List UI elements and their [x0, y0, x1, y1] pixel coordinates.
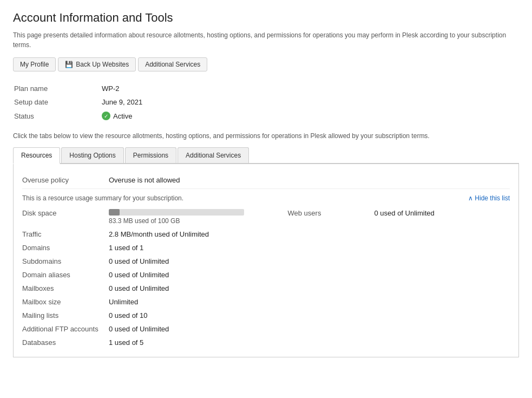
tab-resources[interactable]: Resources: [13, 147, 60, 164]
domains-value: 1 used of 1: [109, 244, 143, 252]
domain-aliases-value: 0 used of Unlimited: [109, 271, 169, 279]
active-icon: ✓: [102, 112, 110, 120]
plan-info-table: Plan name WP-2 Setup date June 9, 2021 S…: [13, 81, 519, 123]
my-profile-button[interactable]: My Profile: [13, 57, 56, 71]
plan-name-value: WP-2: [102, 82, 518, 95]
web-users-row: Web users 0 used of Unlimited: [288, 206, 510, 220]
note-text: Click the tabs below to view the resourc…: [13, 131, 519, 141]
additional-services-label: Additional Services: [145, 61, 200, 68]
databases-value: 1 used of 5: [109, 338, 143, 347]
status-text: Active: [113, 112, 132, 120]
hide-list-label: Hide this list: [475, 194, 510, 202]
ftp-accounts-value: 0 used of Unlimited: [109, 325, 169, 333]
ftp-accounts-label: Additional FTP accounts: [22, 325, 109, 333]
subdomains-label: Subdomains: [22, 257, 109, 265]
back-up-icon: 💾: [65, 61, 73, 68]
disk-progress-bar: [109, 209, 244, 216]
mailing-lists-value: 0 used of 10: [109, 311, 148, 319]
ftp-accounts-row: Additional FTP accounts 0 used of Unlimi…: [22, 322, 266, 336]
setup-date-value: June 9, 2021: [102, 96, 518, 108]
databases-label: Databases: [22, 338, 109, 347]
domain-aliases-row: Domain aliases 0 used of Unlimited: [22, 268, 266, 282]
tab-hosting-options[interactable]: Hosting Options: [61, 147, 123, 163]
resources-grid: Disk space 83.3 MB used of 100 GB Traffi…: [22, 206, 510, 349]
resources-right-col: Web users 0 used of Unlimited: [266, 206, 510, 349]
mailbox-size-value: Unlimited: [109, 298, 138, 306]
domains-label: Domains: [22, 244, 109, 252]
mailing-lists-row: Mailing lists 0 used of 10: [22, 309, 266, 322]
top-buttons: My Profile 💾 Back Up Websites Additional…: [13, 57, 519, 71]
domains-row: Domains 1 used of 1: [22, 241, 266, 255]
status-value: ✓ Active: [102, 112, 518, 120]
mailboxes-value: 0 used of Unlimited: [109, 284, 169, 292]
web-users-value: 0 used of Unlimited: [375, 209, 435, 217]
disk-space-label: Disk space: [22, 209, 109, 217]
domain-aliases-label: Domain aliases: [22, 271, 109, 279]
tabs-bar: Resources Hosting Options Permissions Ad…: [13, 147, 519, 164]
setup-date-row: Setup date June 9, 2021: [14, 96, 518, 108]
summary-header: This is a resource usage summary for you…: [22, 189, 510, 206]
disk-space-row: Disk space 83.3 MB used of 100 GB: [22, 206, 266, 227]
additional-services-button[interactable]: Additional Services: [138, 57, 207, 71]
page-title: Account Information and Tools: [13, 11, 519, 25]
disk-progress-fill: [109, 209, 120, 216]
summary-text: This is a resource usage summary for you…: [22, 194, 183, 202]
traffic-row: Traffic 2.8 MB/month used of Unlimited: [22, 227, 266, 241]
subdomains-value: 0 used of Unlimited: [109, 257, 169, 265]
back-up-button[interactable]: 💾 Back Up Websites: [58, 57, 136, 71]
back-up-label: Back Up Websites: [76, 61, 129, 68]
overuse-value: Overuse is not allowed: [109, 176, 180, 184]
tab-content-resources: Overuse policy Overuse is not allowed Th…: [13, 164, 519, 357]
overuse-policy-row: Overuse policy Overuse is not allowed: [22, 172, 510, 189]
disk-space-value: 83.3 MB used of 100 GB: [109, 209, 244, 225]
web-users-label: Web users: [288, 209, 375, 217]
tab-additional-services[interactable]: Additional Services: [178, 147, 249, 163]
plan-name-label: Plan name: [14, 82, 101, 95]
traffic-value: 2.8 MB/month used of Unlimited: [109, 230, 209, 238]
mailbox-size-label: Mailbox size: [22, 298, 109, 306]
databases-row: Databases 1 used of 5: [22, 336, 266, 349]
plan-name-row: Plan name WP-2: [14, 82, 518, 95]
resources-left-col: Disk space 83.3 MB used of 100 GB Traffi…: [22, 206, 266, 349]
mailbox-size-row: Mailbox size Unlimited: [22, 295, 266, 309]
status-row: Status ✓ Active: [14, 109, 518, 122]
tab-permissions[interactable]: Permissions: [125, 147, 176, 163]
setup-date-label: Setup date: [14, 96, 101, 108]
page-description: This page presents detailed information …: [13, 30, 519, 50]
status-label: Status: [14, 109, 101, 122]
hide-list-link[interactable]: ∧ Hide this list: [468, 194, 510, 202]
mailboxes-label: Mailboxes: [22, 284, 109, 292]
my-profile-label: My Profile: [20, 61, 49, 68]
chevron-up-icon: ∧: [468, 194, 473, 202]
mailboxes-row: Mailboxes 0 used of Unlimited: [22, 282, 266, 295]
disk-space-text: 83.3 MB used of 100 GB: [109, 217, 244, 225]
overuse-label: Overuse policy: [22, 176, 109, 184]
mailing-lists-label: Mailing lists: [22, 311, 109, 319]
traffic-label: Traffic: [22, 230, 109, 238]
subdomains-row: Subdomains 0 used of Unlimited: [22, 255, 266, 268]
